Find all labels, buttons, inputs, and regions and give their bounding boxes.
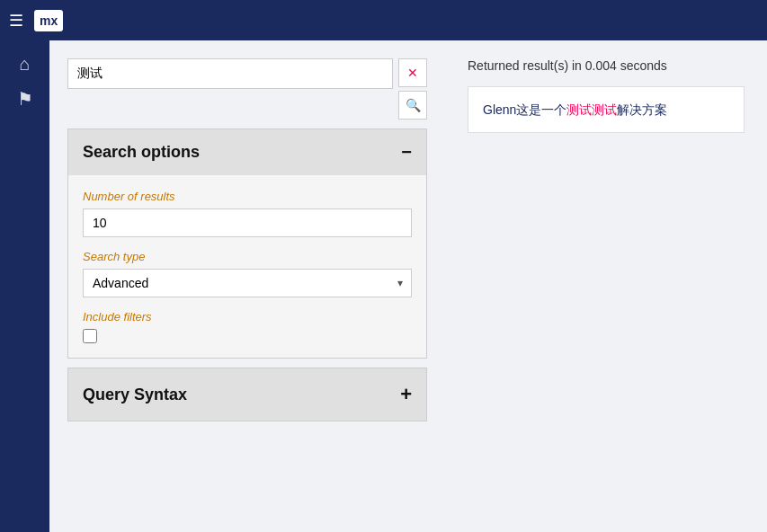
query-syntax-panel: Query Syntax +	[67, 368, 427, 421]
result-part-2: 这是一个	[516, 102, 566, 117]
clear-button[interactable]: ✕	[398, 58, 427, 87]
result-text: Glenn这是一个测试测试解决方案	[483, 100, 729, 120]
search-btn-group: ✕ 🔍	[398, 58, 427, 120]
num-results-input[interactable]	[83, 208, 412, 237]
clear-icon: ✕	[407, 66, 418, 80]
include-filters-label: Include filters	[83, 310, 412, 324]
hamburger-icon[interactable]: ☰	[9, 11, 23, 31]
search-options-body: Number of results Search type Advanced S…	[68, 175, 426, 358]
main-container: ✕ 🔍 Search options − Number of results	[49, 40, 767, 532]
app-logo: mx	[34, 10, 63, 31]
search-icon: 🔍	[406, 98, 421, 112]
search-options-toggle-icon: −	[401, 142, 412, 163]
query-syntax-header[interactable]: Query Syntax +	[68, 368, 426, 421]
search-input[interactable]	[67, 58, 393, 89]
sidebar: ⌂ ⚑	[0, 40, 49, 532]
search-button[interactable]: 🔍	[398, 91, 427, 120]
num-results-field: Number of results	[83, 190, 412, 237]
include-filters-checkbox[interactable]	[83, 329, 97, 343]
result-part-5: 解决方案	[617, 102, 667, 117]
home-icon[interactable]: ⌂	[19, 54, 30, 75]
search-row: ✕ 🔍	[67, 58, 427, 120]
search-type-select[interactable]: Advanced Simple Fuzzy	[83, 269, 412, 297]
search-type-select-wrapper: Advanced Simple Fuzzy ▾	[83, 269, 412, 297]
result-part-4: 测试	[592, 102, 617, 117]
include-filters-checkbox-row	[83, 329, 412, 343]
query-syntax-toggle-icon: +	[400, 385, 412, 404]
result-part-3: 测试	[566, 102, 592, 117]
search-options-title: Search options	[83, 143, 200, 162]
results-summary: Returned result(s) in 0.004 seconds	[468, 58, 745, 73]
left-panel: ✕ 🔍 Search options − Number of results	[49, 40, 445, 532]
search-options-panel: Search options − Number of results Searc…	[67, 129, 427, 359]
result-card: Glenn这是一个测试测试解决方案	[468, 86, 745, 133]
search-type-label: Search type	[83, 250, 412, 263]
topbar: ☰ mx	[0, 0, 767, 40]
search-type-field: Search type Advanced Simple Fuzzy ▾	[83, 250, 412, 297]
bookmark-icon[interactable]: ⚑	[17, 88, 33, 110]
result-part-1: Glenn	[483, 102, 516, 117]
query-syntax-title: Query Syntax	[83, 386, 187, 404]
include-filters-field: Include filters	[83, 310, 412, 343]
num-results-label: Number of results	[83, 190, 412, 203]
right-panel: Returned result(s) in 0.004 seconds Glen…	[445, 40, 767, 532]
search-options-header[interactable]: Search options −	[68, 129, 426, 175]
